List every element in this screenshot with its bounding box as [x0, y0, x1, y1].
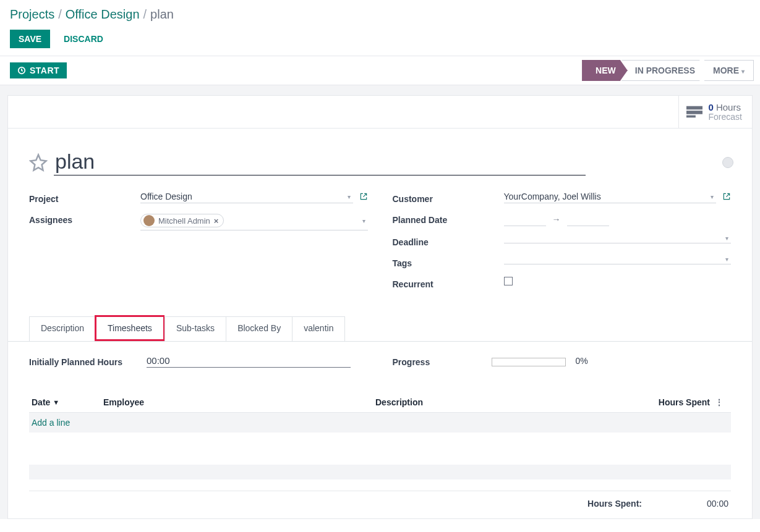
list-icon: [686, 106, 702, 118]
label-initially-planned: Initially Planned Hours: [29, 355, 147, 367]
breadcrumb-current: plan: [150, 6, 174, 22]
stage-more-label: MORE: [713, 65, 739, 75]
col-header-employee[interactable]: Employee: [103, 397, 375, 407]
chevron-down-icon: ▾: [741, 68, 745, 75]
clock-icon: [17, 66, 26, 75]
tab-strip: Description Timesheets Sub-tasks Blocked…: [8, 316, 752, 341]
svg-rect-1: [686, 106, 702, 110]
label-assignees: Assignees: [29, 213, 140, 225]
col-header-hours[interactable]: Hours Spent: [630, 397, 710, 407]
tab-valentin[interactable]: valentin: [292, 316, 345, 341]
label-customer: Customer: [393, 192, 504, 204]
customer-select[interactable]: YourCompany, Joel Willis: [504, 192, 707, 201]
planned-date-to[interactable]: [567, 213, 609, 226]
forecast-stat-button[interactable]: 0Hours Forecast: [678, 96, 752, 128]
stage-bar: NEW IN PROGRESS MORE▾: [582, 60, 754, 81]
chevron-down-icon[interactable]: ▾: [362, 217, 365, 224]
label-tags: Tags: [393, 256, 504, 268]
add-line-link[interactable]: Add a line: [32, 418, 70, 428]
chevron-down-icon[interactable]: ▾: [725, 256, 728, 263]
project-select[interactable]: Office Design: [140, 192, 344, 201]
breadcrumb-project[interactable]: Office Design: [66, 6, 140, 22]
forecast-count: 0: [709, 102, 714, 112]
kanban-state-toggle[interactable]: [722, 157, 733, 168]
forecast-unit: Hours: [716, 102, 741, 112]
assignee-name: Mitchell Admin: [158, 216, 210, 226]
tab-timesheets-highlight: Timesheets: [95, 315, 164, 341]
progress-percent: 0%: [575, 356, 587, 366]
breadcrumb-projects[interactable]: Projects: [10, 6, 54, 22]
recurrent-checkbox[interactable]: [504, 277, 513, 285]
planned-date-from[interactable]: [504, 213, 546, 226]
stage-new[interactable]: NEW: [582, 60, 628, 81]
col-header-date[interactable]: Date ▼: [32, 397, 103, 407]
sort-down-icon: ▼: [53, 399, 59, 406]
breadcrumb: Projects / Office Design / plan: [10, 6, 750, 22]
label-progress: Progress: [393, 355, 492, 367]
stage-in-progress[interactable]: IN PROGRESS: [621, 60, 707, 81]
chevron-down-icon[interactable]: ▾: [348, 193, 351, 200]
progress-bar: [492, 358, 566, 366]
tab-subtasks[interactable]: Sub-tasks: [164, 316, 226, 341]
tab-description[interactable]: Description: [29, 316, 96, 341]
total-value: 00:00: [679, 499, 728, 509]
external-link-icon: [359, 192, 368, 201]
label-project: Project: [29, 192, 140, 204]
label-deadline: Deadline: [393, 235, 504, 247]
breadcrumb-sep-2: /: [143, 6, 147, 22]
star-icon[interactable]: [29, 153, 48, 172]
svg-rect-3: [686, 116, 696, 118]
project-external-link[interactable]: [359, 192, 368, 203]
label-planned-date: Planned Date: [393, 213, 504, 225]
avatar: [143, 215, 155, 226]
task-name-input[interactable]: [54, 150, 586, 175]
remove-assignee-icon[interactable]: ×: [214, 216, 219, 226]
breadcrumb-sep-1: /: [58, 6, 62, 22]
forecast-sub: Forecast: [709, 112, 742, 122]
start-button[interactable]: START: [10, 62, 67, 78]
total-label: Hours Spent:: [587, 499, 642, 509]
chevron-down-icon[interactable]: ▾: [725, 235, 728, 242]
column-options-button[interactable]: ⋮: [710, 397, 728, 407]
save-button[interactable]: SAVE: [10, 30, 50, 48]
discard-button[interactable]: DISCARD: [55, 30, 112, 48]
col-header-description[interactable]: Description: [375, 397, 630, 407]
tab-blocked-by[interactable]: Blocked By: [226, 316, 292, 341]
external-link-icon: [722, 192, 731, 201]
chevron-down-icon[interactable]: ▾: [711, 193, 714, 200]
svg-rect-2: [686, 111, 702, 114]
stage-more[interactable]: MORE▾: [704, 60, 754, 81]
label-recurrent: Recurrent: [393, 277, 504, 289]
tab-timesheets[interactable]: Timesheets: [96, 317, 163, 339]
start-button-label: START: [30, 65, 59, 75]
arrow-right-icon: →: [552, 214, 561, 224]
customer-external-link[interactable]: [722, 192, 731, 203]
assignee-chip[interactable]: Mitchell Admin ×: [140, 214, 224, 227]
table-row-empty: [29, 433, 731, 461]
table-row-spacer: [29, 465, 731, 479]
planned-hours-input[interactable]: [147, 354, 351, 368]
